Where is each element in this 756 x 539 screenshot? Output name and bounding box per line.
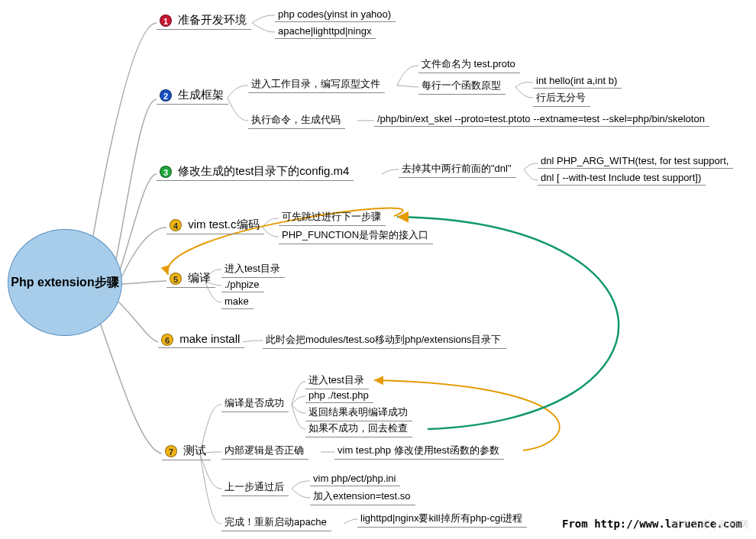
branch-7-label: 测试 [183,444,206,457]
branch-3[interactable]: 3 修改生成的test目录下的config.m4 [157,162,354,181]
branch-5-label: 编译 [188,271,211,284]
branch-number-7: 7 [165,445,177,457]
leaf-vim-phpini[interactable]: vim php/ect/php.ini [310,470,400,486]
leaf-php-function[interactable]: PHP_FUNCTION是骨架的接入口 [279,226,433,244]
branch-number-2: 2 [160,89,172,102]
branch-number-3: 3 [160,166,172,178]
branch-2[interactable]: 2 生成框架 [157,86,228,105]
branch-1-label: 准备开发环境 [178,13,247,26]
branch-number-6: 6 [161,334,173,346]
sub-restart-apache[interactable]: 完成！重新启动apache [221,513,331,531]
leaf-php-codes[interactable]: php codes(yinst in yahoo) [275,6,396,22]
branch-number-1: 1 [160,15,172,27]
leaf-phpize[interactable]: ./phpize [221,276,264,292]
branch-number-5: 5 [170,273,182,285]
leaf-skip-next[interactable]: 可先跳过进行下一步骤 [279,208,386,226]
leaf-if-fail[interactable]: 如果不成功，回去检查 [305,419,412,437]
branch-1[interactable]: 1 准备开发环境 [157,11,251,30]
center-label: Php extension步骤 [11,275,118,291]
leaf-move-so[interactable]: 此时会把modules/test.so移动到php/extensions目录下 [263,331,506,349]
leaf-servers[interactable]: apache|lighttpd|ningx [275,23,376,39]
leaf-cd-test[interactable]: 进入test目录 [221,260,285,278]
branch-4[interactable]: 4 vim test.c编码 [166,215,264,234]
branch-5[interactable]: 5 编译 [166,269,215,288]
sub-remove-dnl[interactable]: 去掉其中两行前面的"dnl" [399,160,516,178]
branch-4-label: vim test.c编码 [188,218,259,231]
leaf-make[interactable]: make [221,293,254,309]
leaf-int-hello[interactable]: int hello(int a,int b) [533,73,622,89]
leaf-each-line[interactable]: 每行一个函数原型 [418,76,506,95]
sub-write-proto[interactable]: 进入工作目录，编写原型文件 [248,75,385,93]
leaf-dnl-2[interactable]: dnl [ --with-test Include test support]) [538,169,706,186]
leaf-php-test[interactable]: php ./test.php [305,387,373,403]
leaf-no-semicolon[interactable]: 行后无分号 [533,89,590,107]
sub-compile-ok[interactable]: 编译是否成功 [221,394,289,412]
leaf-dnl-1[interactable]: dnl PHP_ARG_WITH(test, for test support, [538,153,733,169]
leaf-kill-cgi[interactable]: lighttpd|nginx要kill掉所有php-cgi进程 [357,509,527,528]
sub-exec-codegen[interactable]: 执行命令，生成代码 [248,111,345,129]
leaf-filename[interactable]: 文件命名为 test.proto [418,55,520,73]
watermark: 脚本专家 | 教程网 [670,518,748,531]
center-topic[interactable]: Php extension步骤 [8,229,122,336]
leaf-ext-skel-cmd[interactable]: /php/bin/ext_skel --proto=test.ptoto --e… [374,111,709,127]
sub-after-prev[interactable]: 上一步通过后 [221,478,289,496]
branch-number-4: 4 [170,219,182,231]
branch-6[interactable]: 6 make install [158,330,244,348]
branch-6-label: make install [179,332,240,345]
leaf-add-extension[interactable]: 加入extension=test.so [310,487,415,505]
branch-3-label: 修改生成的test目录下的config.m4 [178,164,349,177]
branch-7[interactable]: 7 测试 [162,441,211,460]
sub-logic-ok[interactable]: 内部逻辑是否正确 [221,441,309,460]
branch-2-label: 生成框架 [178,88,224,101]
leaf-vim-testphp[interactable]: vim test.php 修改使用test函数的参数 [334,441,504,460]
